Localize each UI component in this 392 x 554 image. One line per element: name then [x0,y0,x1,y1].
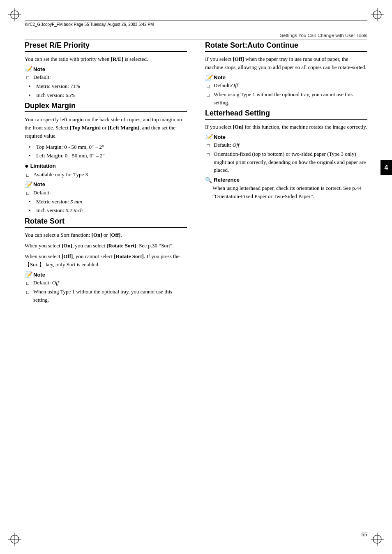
limitation-item: □ Available only for Type 3 [26,171,187,179]
chapter-tab: 4 [380,160,392,175]
duplex-margin-body: You can specify left margin on the back … [25,115,187,140]
note-icon-2: 📝 [25,181,32,188]
corner-mark-tr [370,7,385,22]
limitation-label: ● Limitation [25,162,187,170]
bottom-line [25,525,367,525]
rotate-sort-body3: When you select [Off], you cannot select… [25,252,187,269]
right-column: Rotate Sort:Auto Continue If you select … [202,41,367,521]
rotate-sort-default: □ Default: Off [26,279,187,287]
heading-letterhead-setting: Letterhead Setting [205,109,367,120]
heading-rotate-sort-auto: Rotate Sort:Auto Continue [205,41,367,52]
duplex-note: 📝 Note □ Default: • Metric version: 5 mm… [25,181,187,215]
rotate-sort-auto-body: If you select [Off] when the paper tray … [205,55,367,72]
rotate-sort-note: 📝 Note □ Default: Off □ When using Type … [25,271,187,304]
left-column: Preset R/E Priority You can set the rati… [25,41,190,521]
preset-re-metric: • Metric version: 71% [29,82,187,90]
preset-re-note-default: □ Default: [26,73,187,81]
rotate-sort-auto-note-item2: □ When using Type 1 without the optional… [207,90,367,106]
rotate-sort-auto-note-label: 📝 Note [205,74,367,81]
corner-mark-tl [7,7,22,22]
note-icon-5: 📝 [205,134,212,140]
letterhead-note: 📝 Note □ Default: Off □ Orientation-fixe… [205,134,367,174]
preset-re-inch: • Inch version: 65% [29,91,187,99]
section-rotate-sort-auto: Rotate Sort:Auto Continue If you select … [205,41,367,106]
note-icon-3: 📝 [25,271,32,278]
checkbox-icon-7: □ [207,91,212,99]
rotate-sort-body1: You can select a Sort function: [On] or … [25,231,187,239]
reference-text: When using letterhead paper, check its o… [212,184,367,201]
checkbox-icon-4: □ [26,279,31,287]
checkbox-icon-3: □ [26,189,31,197]
duplex-metric: • Metric version: 5 mm [29,198,187,206]
letterhead-note-label: 📝 Note [205,134,367,140]
page: KirC2_GBcopyF_FM.book Page 55 Tuesday, A… [0,0,392,554]
rotate-sort-auto-note: 📝 Note □ Default:Off □ When using Type 1… [205,74,367,106]
chapter-number: 4 [385,164,388,171]
letterhead-note-item2: □ Orientation-fixed (top to bottom) or t… [207,150,367,174]
content-area: Preset R/E Priority You can set the rati… [25,41,367,521]
preset-re-body: You can set the ratio with priority when… [25,55,187,63]
duplex-limitation: ● Limitation □ Available only for Type 3 [25,162,187,179]
heading-preset-re-priority: Preset R/E Priority [25,41,187,52]
reference-icon: 🔍 [205,177,212,183]
rotate-sort-note-item2: □ When using Type 1 without the optional… [26,288,187,304]
checkbox-icon-8: □ [207,142,212,149]
duplex-left-margin: • Left Margin: 0 - 50 mm, 0″ – 2″ [29,152,187,160]
heading-duplex-margin: Duplex Margin [25,102,187,112]
note-icon-4: 📝 [205,74,212,81]
file-info: KirC2_GBcopyF_FM.book Page 55 Tuesday, A… [25,21,367,27]
rotate-sort-auto-default: □ Default:Off [207,81,367,90]
letterhead-body: If you select [On] for this function, th… [205,123,367,131]
heading-rotate-sort: Rotate Sort [25,217,187,228]
note-icon: 📝 [25,66,32,72]
checkbox-icon-9: □ [207,151,212,158]
rotate-sort-note-label: 📝 Note [25,271,187,278]
preset-re-note: 📝 Note □ Default: • Metric version: 71% … [25,66,187,99]
letterhead-reference: 🔍 Reference When using letterhead paper,… [205,177,367,201]
duplex-top-margin: • Top Margin: 0 - 50 mm, 0″ – 2″ [29,143,187,151]
preset-re-note-label: 📝 Note [25,66,187,72]
duplex-inch: • Inch version: 0.2 inch [29,206,187,215]
limitation-icon: ● [25,162,29,170]
page-header: Settings You Can Change with User Tools [25,33,367,39]
checkbox-icon-5: □ [26,289,31,296]
page-number: 55 [362,531,367,538]
checkbox-icon: □ [26,74,31,81]
reference-label: 🔍 Reference [205,177,367,183]
section-letterhead-setting: Letterhead Setting If you select [On] fo… [205,109,367,201]
section-duplex-margin: Duplex Margin You can specify left margi… [25,102,187,214]
duplex-note-label: 📝 Note [25,181,187,188]
letterhead-default: □ Default: Off [207,141,367,149]
duplex-note-default: □ Default: [26,189,187,197]
rotate-sort-body2: When you select [On], you can select [Ro… [25,242,187,250]
corner-mark-bl [7,532,22,547]
checkbox-icon-6: □ [207,82,212,90]
corner-mark-br [370,532,385,547]
page-header-text: Settings You Can Change with User Tools [280,33,367,38]
checkbox-icon-2: □ [26,171,31,179]
section-preset-re-priority: Preset R/E Priority You can set the rati… [25,41,187,99]
section-rotate-sort: Rotate Sort You can select a Sort functi… [25,217,187,304]
file-info-text: KirC2_GBcopyF_FM.book Page 55 Tuesday, A… [25,22,154,27]
